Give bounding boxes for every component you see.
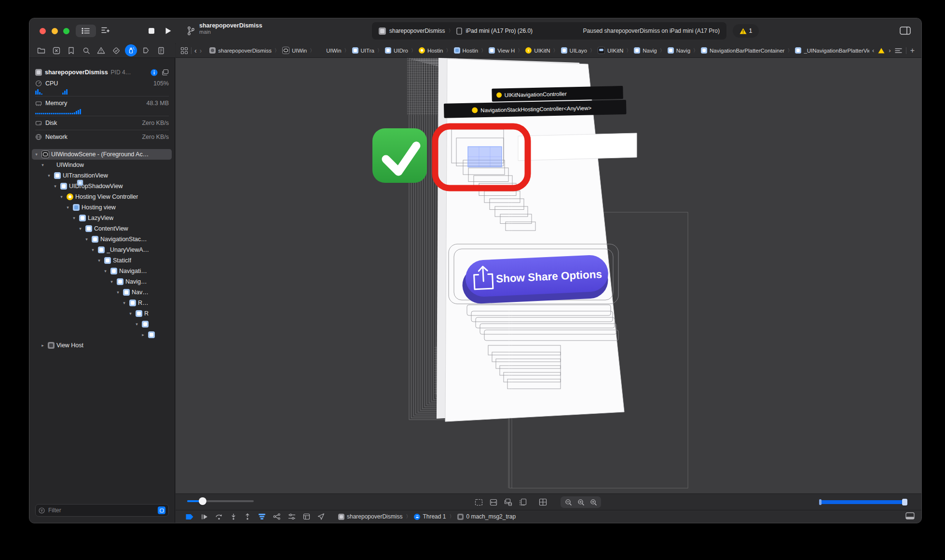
jumpbar-crumb[interactable]: View H [489,47,515,54]
tree-row[interactable]: ▾ UIDropShadowView [32,181,172,191]
stop-button[interactable] [148,27,155,34]
simulate-location-icon[interactable] [317,513,325,520]
tree-row[interactable]: ▾ StaticIf [32,255,172,266]
filter-input[interactable] [47,506,155,514]
issues-badge[interactable]: 1 [733,24,759,38]
tab-bookmarks[interactable] [64,45,79,56]
gauge-row-network[interactable]: Network Zero KB/s [29,132,175,142]
next-issue-button[interactable]: › [889,47,890,54]
tab-project-navigator[interactable] [34,45,49,56]
chevron-down-icon[interactable]: ▾ [109,279,115,284]
share-options-button[interactable]: Show Share Options [461,254,609,304]
filter-field[interactable] [35,504,169,517]
chevron-down-icon[interactable]: ▾ [40,163,46,167]
chevron-down-icon[interactable]: ▾ [58,194,65,199]
chevron-right-icon[interactable]: ▸ [40,343,46,348]
tab-find[interactable] [79,45,94,56]
chevron-down-icon[interactable]: ▾ [46,173,52,178]
filter-scope-toggle[interactable] [158,506,165,514]
3d-viewport[interactable]: UIKitNavigationController NavigationStac… [176,58,921,493]
tab-reports[interactable] [153,45,168,56]
tree-row[interactable]: ▸ View Host [32,340,172,351]
chevron-down-icon[interactable]: ▾ [77,226,83,231]
back-button[interactable]: ‹ [194,47,197,55]
memory-stack-icon[interactable] [162,69,169,76]
tree-row[interactable]: ▸ [32,329,172,340]
gauge-row-disk[interactable]: Disk Zero KB/s [29,118,175,128]
step-out-icon[interactable] [244,513,251,520]
minimize-window-button[interactable] [52,28,58,34]
tab-debug-navigator[interactable] [123,45,138,56]
jumpbar-crumb[interactable]: NavigationBarPlatterContainer [701,47,784,54]
chevron-down-icon[interactable]: ▾ [102,269,109,273]
gauge-row-cpu[interactable]: CPU 105% [29,78,175,89]
tree-row[interactable]: ▾ R [32,308,172,319]
jumpbar-crumb[interactable]: Hostin [454,47,479,54]
jumpbar-crumb[interactable]: UILayo [561,47,587,54]
chevron-down-icon[interactable]: ▾ [96,258,102,263]
chevron-right-icon[interactable]: ▸ [140,332,146,337]
spacing-slider[interactable] [187,500,254,502]
active-project[interactable]: sharepopoverDismiss main [199,22,262,35]
tab-breakpoints[interactable] [138,45,153,56]
remove-layers-icon[interactable] [504,498,512,506]
jumpbar-crumb[interactable]: UITra [352,47,374,54]
debug-crumb[interactable]: Thread 1 [414,513,446,520]
chevron-down-icon[interactable]: ▾ [65,205,71,210]
previous-issue-button[interactable]: ‹ [872,47,874,54]
tab-source-control[interactable] [49,45,64,56]
forward-button[interactable]: › [200,47,202,55]
tree-row[interactable]: ▾ [32,319,172,329]
environment-overrides-icon[interactable] [288,513,296,520]
writing-tools-button[interactable] [101,26,110,35]
chevron-down-icon[interactable]: ▾ [134,322,140,327]
navigator-toggle-button[interactable] [76,25,96,37]
run-destination[interactable]: iPad mini (A17 Pro) (26.0) [466,27,533,34]
run-button[interactable] [164,27,172,35]
chevron-down-icon[interactable]: ▾ [90,247,96,252]
chevron-down-icon[interactable]: ▾ [52,184,58,189]
console-toggle-icon[interactable] [905,512,915,519]
breakpoints-toggle-icon[interactable] [185,514,194,520]
tree-row[interactable]: ▾ Hosting View Controller [32,191,172,202]
step-over-icon[interactable] [215,513,223,520]
chevron-down-icon[interactable]: ▾ [83,237,90,242]
scheme-name[interactable]: sharepopoverDismiss [389,27,445,34]
tree-row[interactable]: ▾ _UnaryViewA… [32,245,172,255]
chevron-down-icon[interactable]: ▾ [127,311,134,316]
debug-crumb[interactable]: 0 mach_msg2_trap [457,513,516,520]
jumpbar-crumb[interactable]: UIWin [282,47,307,54]
chevron-down-icon[interactable]: ▾ [121,300,127,305]
info-icon[interactable] [151,69,158,76]
show-clipped-content-icon[interactable] [475,499,483,506]
add-editor-button[interactable]: + [910,47,915,54]
tree-row[interactable]: ▾ R… [32,298,172,308]
show-constraints-icon[interactable] [490,499,497,506]
chevron-down-icon[interactable]: ▾ [115,290,121,295]
selected-view-highlight[interactable] [468,147,502,167]
jumpbar-crumb[interactable]: Navig [668,47,690,54]
stacked-views-icon[interactable] [519,498,527,506]
debug-crumb[interactable]: sharepopoverDismiss [338,513,402,520]
debug-view-hierarchy-icon[interactable] [258,513,266,520]
zoom-fit-button[interactable] [575,497,587,507]
continue-execution-icon[interactable] [201,514,208,520]
inspector-toggle-button[interactable] [900,27,911,35]
chevron-down-icon[interactable]: ▾ [33,152,40,157]
tree-row[interactable]: ▾ NavigationStac… [32,234,172,245]
step-into-icon[interactable] [230,513,237,520]
jumpbar-crumb[interactable]: UIKitN [598,47,623,54]
orient-to-2d-icon[interactable] [539,498,547,506]
jumpbar-crumb[interactable]: _UINavigationBarPlatterView [795,47,869,54]
process-row[interactable]: sharepopoverDismiss PID 4… [29,67,175,78]
runtime-issues-icon[interactable] [303,513,310,520]
jumpbar-crumb[interactable]: sharepopoverDismiss [209,47,272,54]
tree-row[interactable]: ▾ UIWindowScene - (Foreground Ac… [32,149,172,160]
tree-row[interactable]: ▾ Navigati… [32,266,172,276]
slider-knob[interactable] [199,497,206,505]
tab-tests[interactable] [109,45,123,56]
close-window-button[interactable] [40,28,46,34]
tab-issues[interactable] [94,45,109,56]
tree-row[interactable]: ▾ UIWindow [32,160,172,170]
jumpbar-crumb[interactable]: Hostin [419,47,443,54]
